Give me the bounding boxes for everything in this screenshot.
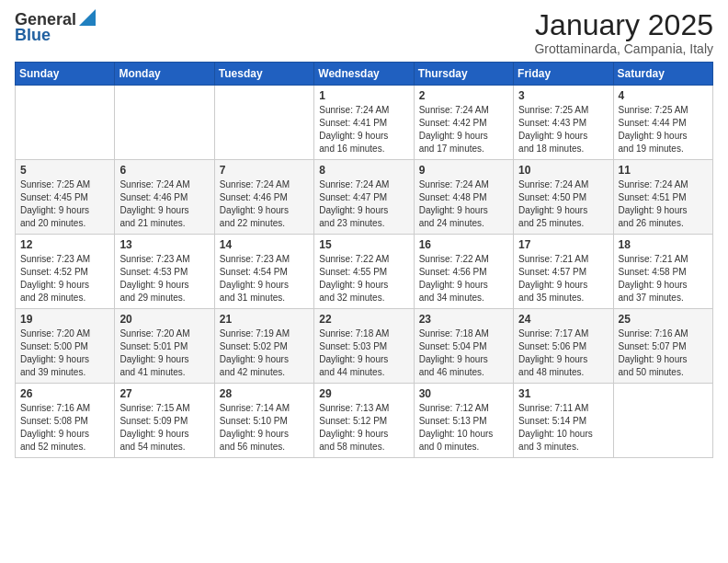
day-number: 13 xyxy=(119,238,209,251)
calendar-cell: 5Sunrise: 7:25 AM Sunset: 4:45 PM Daylig… xyxy=(16,160,115,235)
day-info: Sunrise: 7:15 AM Sunset: 5:09 PM Dayligh… xyxy=(119,402,209,454)
day-number: 18 xyxy=(619,238,708,251)
day-number: 10 xyxy=(518,164,608,177)
logo: General Blue xyxy=(15,9,96,45)
col-header-saturday: Saturday xyxy=(613,63,712,86)
day-info: Sunrise: 7:25 AM Sunset: 4:44 PM Dayligh… xyxy=(619,104,708,155)
day-number: 9 xyxy=(419,164,508,177)
calendar-cell: 14Sunrise: 7:23 AM Sunset: 4:54 PM Dayli… xyxy=(214,235,313,309)
day-info: Sunrise: 7:24 AM Sunset: 4:41 PM Dayligh… xyxy=(319,104,408,155)
day-number: 20 xyxy=(119,313,209,326)
calendar-cell: 22Sunrise: 7:18 AM Sunset: 5:03 PM Dayli… xyxy=(314,309,414,384)
day-info: Sunrise: 7:14 AM Sunset: 5:10 PM Dayligh… xyxy=(220,402,309,454)
day-info: Sunrise: 7:24 AM Sunset: 4:46 PM Dayligh… xyxy=(119,178,209,230)
day-number: 15 xyxy=(319,238,408,251)
day-number: 26 xyxy=(20,387,109,400)
header: General Blue January 2025 Grottaminarda,… xyxy=(15,9,713,56)
day-info: Sunrise: 7:22 AM Sunset: 4:55 PM Dayligh… xyxy=(319,253,408,304)
calendar-cell: 9Sunrise: 7:24 AM Sunset: 4:48 PM Daylig… xyxy=(414,160,513,235)
calendar-cell: 27Sunrise: 7:15 AM Sunset: 5:09 PM Dayli… xyxy=(115,384,214,458)
calendar-cell: 12Sunrise: 7:23 AM Sunset: 4:52 PM Dayli… xyxy=(16,235,115,309)
col-header-monday: Monday xyxy=(115,63,214,86)
col-header-friday: Friday xyxy=(514,63,613,86)
day-info: Sunrise: 7:17 AM Sunset: 5:06 PM Dayligh… xyxy=(518,327,608,379)
day-number: 31 xyxy=(518,387,608,400)
day-number: 2 xyxy=(419,89,508,102)
logo-triangle-icon xyxy=(79,9,96,29)
day-info: Sunrise: 7:23 AM Sunset: 4:54 PM Dayligh… xyxy=(220,253,309,304)
day-number: 28 xyxy=(220,387,309,400)
calendar-cell: 29Sunrise: 7:13 AM Sunset: 5:12 PM Dayli… xyxy=(314,384,414,458)
calendar-table: SundayMondayTuesdayWednesdayThursdayFrid… xyxy=(15,62,713,458)
day-number: 11 xyxy=(619,164,708,177)
day-number: 24 xyxy=(518,313,608,326)
day-number: 1 xyxy=(319,89,408,102)
day-info: Sunrise: 7:21 AM Sunset: 4:58 PM Dayligh… xyxy=(619,253,708,304)
day-info: Sunrise: 7:24 AM Sunset: 4:48 PM Dayligh… xyxy=(419,178,508,230)
logo-blue: Blue xyxy=(15,26,51,45)
day-info: Sunrise: 7:20 AM Sunset: 5:00 PM Dayligh… xyxy=(20,327,109,379)
calendar-cell: 16Sunrise: 7:22 AM Sunset: 4:56 PM Dayli… xyxy=(414,235,513,309)
calendar-cell: 18Sunrise: 7:21 AM Sunset: 4:58 PM Dayli… xyxy=(613,235,712,309)
calendar-cell: 10Sunrise: 7:24 AM Sunset: 4:50 PM Dayli… xyxy=(514,160,613,235)
col-header-sunday: Sunday xyxy=(16,63,115,86)
day-number: 17 xyxy=(518,238,608,251)
day-number: 29 xyxy=(319,387,408,400)
col-header-tuesday: Tuesday xyxy=(214,63,313,86)
calendar-cell xyxy=(214,86,313,160)
calendar-cell: 7Sunrise: 7:24 AM Sunset: 4:46 PM Daylig… xyxy=(214,160,313,235)
calendar-cell: 8Sunrise: 7:24 AM Sunset: 4:47 PM Daylig… xyxy=(314,160,414,235)
day-number: 16 xyxy=(419,238,508,251)
col-header-thursday: Thursday xyxy=(414,63,513,86)
calendar-cell: 25Sunrise: 7:16 AM Sunset: 5:07 PM Dayli… xyxy=(613,309,712,384)
day-number: 7 xyxy=(220,164,309,177)
calendar-cell: 21Sunrise: 7:19 AM Sunset: 5:02 PM Dayli… xyxy=(214,309,313,384)
day-number: 3 xyxy=(518,89,608,102)
day-number: 22 xyxy=(319,313,408,326)
page: General Blue January 2025 Grottaminarda,… xyxy=(0,0,728,473)
day-info: Sunrise: 7:22 AM Sunset: 4:56 PM Dayligh… xyxy=(419,253,508,304)
day-number: 27 xyxy=(119,387,209,400)
svg-marker-0 xyxy=(79,9,96,26)
day-info: Sunrise: 7:24 AM Sunset: 4:46 PM Dayligh… xyxy=(220,178,309,230)
calendar-cell xyxy=(115,86,214,160)
header-row: SundayMondayTuesdayWednesdayThursdayFrid… xyxy=(16,63,713,86)
calendar-cell: 1Sunrise: 7:24 AM Sunset: 4:41 PM Daylig… xyxy=(314,86,414,160)
day-number: 5 xyxy=(20,164,109,177)
week-row-5: 26Sunrise: 7:16 AM Sunset: 5:08 PM Dayli… xyxy=(16,384,713,458)
calendar-cell: 6Sunrise: 7:24 AM Sunset: 4:46 PM Daylig… xyxy=(115,160,214,235)
day-number: 12 xyxy=(20,238,109,251)
day-info: Sunrise: 7:24 AM Sunset: 4:51 PM Dayligh… xyxy=(619,178,708,230)
calendar-cell: 11Sunrise: 7:24 AM Sunset: 4:51 PM Dayli… xyxy=(613,160,712,235)
calendar-cell: 17Sunrise: 7:21 AM Sunset: 4:57 PM Dayli… xyxy=(514,235,613,309)
day-number: 23 xyxy=(419,313,508,326)
calendar-cell: 15Sunrise: 7:22 AM Sunset: 4:55 PM Dayli… xyxy=(314,235,414,309)
day-info: Sunrise: 7:11 AM Sunset: 5:14 PM Dayligh… xyxy=(518,402,608,454)
calendar-cell: 13Sunrise: 7:23 AM Sunset: 4:53 PM Dayli… xyxy=(115,235,214,309)
day-info: Sunrise: 7:19 AM Sunset: 5:02 PM Dayligh… xyxy=(220,327,309,379)
day-number: 6 xyxy=(119,164,209,177)
day-info: Sunrise: 7:12 AM Sunset: 5:13 PM Dayligh… xyxy=(419,402,508,454)
day-info: Sunrise: 7:24 AM Sunset: 4:42 PM Dayligh… xyxy=(419,104,508,155)
month-title: January 2025 xyxy=(534,9,713,41)
col-header-wednesday: Wednesday xyxy=(314,63,414,86)
calendar-cell: 4Sunrise: 7:25 AM Sunset: 4:44 PM Daylig… xyxy=(613,86,712,160)
week-row-1: 1Sunrise: 7:24 AM Sunset: 4:41 PM Daylig… xyxy=(16,86,713,160)
day-info: Sunrise: 7:18 AM Sunset: 5:03 PM Dayligh… xyxy=(319,327,408,379)
day-info: Sunrise: 7:21 AM Sunset: 4:57 PM Dayligh… xyxy=(518,253,608,304)
calendar-cell: 31Sunrise: 7:11 AM Sunset: 5:14 PM Dayli… xyxy=(514,384,613,458)
day-number: 21 xyxy=(220,313,309,326)
day-number: 4 xyxy=(619,89,708,102)
day-number: 8 xyxy=(319,164,408,177)
week-row-2: 5Sunrise: 7:25 AM Sunset: 4:45 PM Daylig… xyxy=(16,160,713,235)
day-number: 25 xyxy=(619,313,708,326)
calendar-cell xyxy=(613,384,712,458)
day-info: Sunrise: 7:18 AM Sunset: 5:04 PM Dayligh… xyxy=(419,327,508,379)
calendar-cell: 23Sunrise: 7:18 AM Sunset: 5:04 PM Dayli… xyxy=(414,309,513,384)
day-info: Sunrise: 7:23 AM Sunset: 4:52 PM Dayligh… xyxy=(20,253,109,304)
day-info: Sunrise: 7:24 AM Sunset: 4:47 PM Dayligh… xyxy=(319,178,408,230)
day-info: Sunrise: 7:25 AM Sunset: 4:45 PM Dayligh… xyxy=(20,178,109,230)
day-number: 19 xyxy=(20,313,109,326)
day-info: Sunrise: 7:16 AM Sunset: 5:07 PM Dayligh… xyxy=(619,327,708,379)
calendar-cell: 30Sunrise: 7:12 AM Sunset: 5:13 PM Dayli… xyxy=(414,384,513,458)
